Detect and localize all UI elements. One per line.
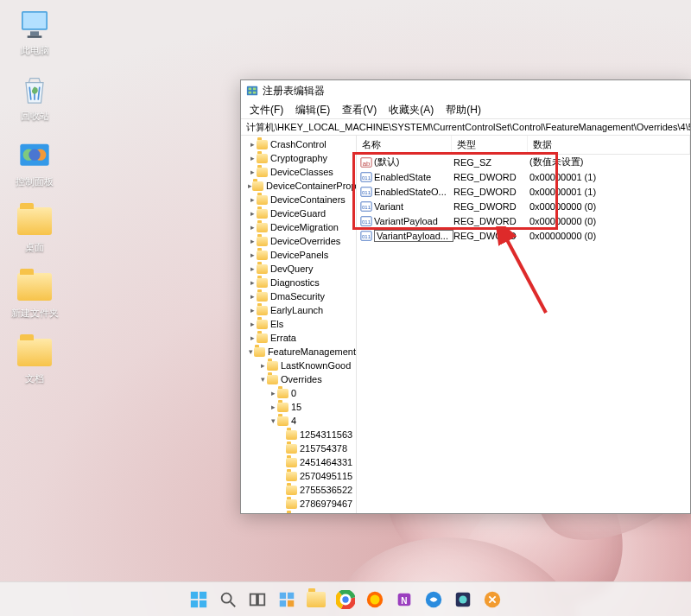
chevron-right-icon[interactable]: ▸ (248, 154, 257, 162)
tree-node[interactable]: ▸EarlyLaunch (241, 303, 356, 317)
chevron-right-icon[interactable]: ▸ (269, 403, 277, 411)
desktop-icon-folder-2[interactable]: 新建文件夹 (7, 270, 62, 320)
chevron-down-icon[interactable]: ▾ (248, 347, 254, 356)
tree-node-label: FeatureManagement (268, 346, 356, 357)
tree-node[interactable]: 215754378 (241, 441, 356, 455)
chevron-right-icon[interactable]: ▸ (248, 195, 257, 204)
taskbar-widgets-icon[interactable] (275, 587, 299, 612)
chevron-right-icon[interactable]: ▸ (248, 237, 257, 245)
titlebar[interactable]: 注册表编辑器 (241, 80, 690, 101)
value-type: REG_DWORD (453, 231, 529, 241)
header-name[interactable]: 名称 (357, 136, 452, 154)
chevron-right-icon[interactable]: ▸ (248, 168, 257, 176)
tree-node[interactable]: ▸DeviceContainers (241, 193, 356, 206)
value-data: 0x00000000 (0) (529, 201, 690, 212)
tree-node[interactable]: ▸Cryptography (241, 151, 356, 165)
tree-node[interactable]: 3476628106 (241, 511, 356, 513)
value-type: REG_DWORD (453, 187, 529, 197)
taskbar-explorer-icon[interactable] (304, 587, 328, 612)
chevron-right-icon[interactable]: ▸ (248, 292, 257, 301)
menu-help[interactable]: 帮助(H) (441, 101, 486, 118)
tree-node-label: DevQuery (270, 264, 314, 274)
tree-node[interactable]: 1254311563 (241, 428, 356, 441)
chevron-right-icon[interactable]: ▸ (258, 361, 267, 370)
taskbar-app-icon-4[interactable] (451, 587, 475, 612)
tree-node[interactable]: 2451464331 (241, 455, 356, 469)
value-row[interactable]: 011VariantPayloadREG_DWORD0x00000000 (0) (357, 213, 690, 228)
tree-node[interactable]: ▸Errata (241, 331, 356, 345)
tree-node[interactable]: ▸DevicePanels (241, 248, 356, 262)
header-data[interactable]: 数据 (528, 136, 690, 154)
tree-node[interactable]: ▸DeviceGuard (241, 206, 356, 220)
taskbar-app-icon-1[interactable] (363, 587, 387, 612)
chevron-right-icon[interactable]: ▸ (248, 140, 257, 149)
tree-node[interactable]: ▸Diagnostics (241, 276, 356, 289)
chevron-right-icon[interactable]: ▸ (248, 306, 257, 314)
tree-node[interactable]: ▸DeviceContainerPropertyUpd (241, 179, 356, 193)
tree-node-label: EarlyLaunch (270, 305, 323, 315)
menu-edit[interactable]: 编辑(E) (290, 101, 335, 118)
value-row[interactable]: 011VariantPayload...REG_DWORD0x00000000 … (357, 228, 690, 243)
tree-node[interactable]: ▸0 (241, 386, 356, 400)
value-data: 0x00000001 (1) (529, 187, 690, 197)
svg-text:ab: ab (363, 159, 371, 167)
desktop-icon-this-pc[interactable]: 此电脑 (7, 7, 62, 57)
tree-node[interactable]: ▸CrashControl (241, 137, 356, 151)
chevron-right-icon[interactable]: ▸ (269, 389, 277, 397)
taskbar-start-button[interactable] (187, 587, 211, 612)
tree-node[interactable]: ▸DevQuery (241, 262, 356, 276)
binary-value-icon: 011 (360, 230, 372, 242)
tree-node[interactable]: ▾4 (241, 414, 356, 428)
chevron-right-icon[interactable]: ▸ (248, 333, 257, 342)
tree-node[interactable]: ▸LastKnownGood (241, 359, 356, 372)
header-type[interactable]: 类型 (452, 136, 528, 154)
menu-view[interactable]: 查看(V) (337, 101, 382, 118)
desktop-icon-folder-3[interactable]: 文档 (7, 335, 62, 385)
tree-node[interactable]: ▸DeviceMigration (241, 220, 356, 234)
tree-node[interactable]: ▸Els (241, 317, 356, 331)
address-bar[interactable]: 计算机\HKEY_LOCAL_MACHINE\SYSTEM\CurrentCon… (241, 118, 690, 136)
taskbar-taskview-icon[interactable] (245, 587, 269, 612)
tree-node[interactable]: 2786979467 (241, 497, 356, 511)
svg-rect-32 (250, 594, 257, 605)
value-row[interactable]: 011EnabledStateO...REG_DWORD0x00000001 (… (357, 184, 690, 199)
registry-tree[interactable]: ▸CrashControl▸Cryptography▸DeviceClasses… (241, 136, 357, 513)
tree-node-label: Overrides (281, 374, 322, 384)
chevron-right-icon[interactable]: ▸ (248, 320, 257, 328)
tree-node[interactable]: ▸DeviceClasses (241, 165, 356, 179)
taskbar-chrome-icon[interactable] (333, 587, 358, 612)
chevron-right-icon[interactable]: ▸ (248, 278, 257, 287)
value-row[interactable]: ab(默认)REG_SZ(数值未设置) (357, 155, 690, 169)
taskbar-app-icon-5[interactable] (480, 587, 504, 612)
svg-text:011: 011 (362, 218, 371, 224)
desktop-icon-recycle-bin[interactable]: 回收站 (7, 73, 62, 123)
menu-favorites[interactable]: 收藏夹(A) (384, 101, 439, 118)
tree-node[interactable]: 2570495115 (241, 469, 356, 483)
value-type: REG_DWORD (453, 216, 529, 226)
address-text: 计算机\HKEY_LOCAL_MACHINE\SYSTEM\CurrentCon… (246, 122, 690, 132)
folder-icon (257, 223, 268, 232)
taskbar-app-icon-3[interactable] (422, 587, 446, 612)
chevron-down-icon[interactable]: ▾ (258, 375, 267, 384)
svg-rect-8 (247, 86, 257, 96)
chevron-down-icon[interactable]: ▾ (269, 416, 277, 425)
taskbar-app-icon-2[interactable]: N (392, 587, 416, 612)
tree-node[interactable]: ▾FeatureManagement (241, 345, 356, 359)
value-row[interactable]: 011EnabledStateREG_DWORD0x00000001 (1) (357, 169, 690, 184)
desktop-icon-folder-1[interactable]: 桌面 (7, 204, 62, 254)
chevron-right-icon[interactable]: ▸ (248, 209, 257, 218)
value-list[interactable]: 名称 类型 数据 ab(默认)REG_SZ(数值未设置)011EnabledSt… (357, 136, 690, 513)
desktop-icon-control-panel[interactable]: 控制面板 (7, 138, 62, 188)
svg-point-49 (459, 595, 466, 603)
chevron-right-icon[interactable]: ▸ (248, 223, 257, 232)
tree-node[interactable]: 2755536522 (241, 483, 356, 497)
tree-node[interactable]: ▸15 (241, 400, 356, 414)
taskbar-search-icon[interactable] (216, 587, 240, 612)
chevron-right-icon[interactable]: ▸ (248, 264, 257, 273)
menu-file[interactable]: 文件(F) (244, 101, 288, 118)
value-row[interactable]: 011VariantREG_DWORD0x00000000 (0) (357, 199, 690, 213)
tree-node[interactable]: ▸DeviceOverrides (241, 234, 356, 248)
chevron-right-icon[interactable]: ▸ (248, 251, 257, 259)
tree-node[interactable]: ▸DmaSecurity (241, 289, 356, 303)
tree-node[interactable]: ▾Overrides (241, 372, 356, 386)
